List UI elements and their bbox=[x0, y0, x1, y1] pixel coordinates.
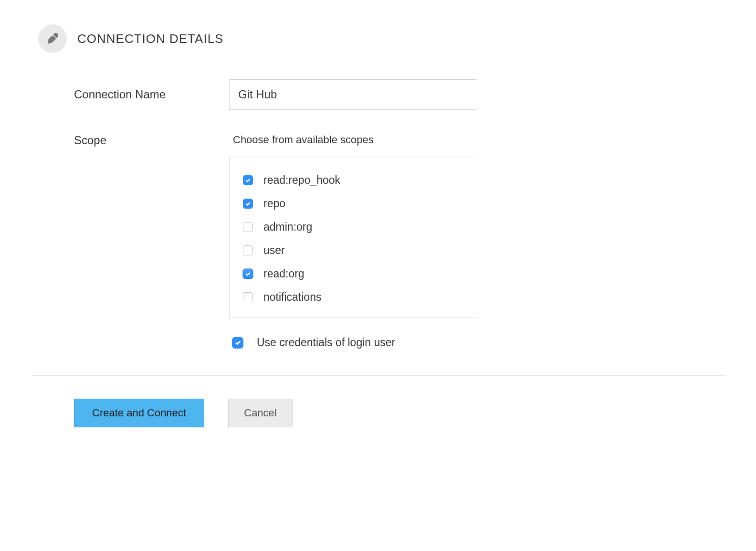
connection-name-input[interactable] bbox=[229, 79, 477, 110]
cancel-button[interactable]: Cancel bbox=[228, 399, 293, 427]
scope-label: Scope bbox=[74, 134, 229, 147]
scope-item-repo: repo bbox=[243, 192, 463, 215]
scope-label-text: user bbox=[263, 244, 285, 257]
section-header: CONNECTION DETAILS bbox=[38, 24, 727, 53]
bottom-divider bbox=[32, 375, 724, 376]
connection-name-row: Connection Name bbox=[74, 79, 727, 110]
scope-checkbox-notifications[interactable] bbox=[243, 292, 253, 302]
scope-item-user: user bbox=[243, 239, 463, 262]
scope-label-text: admin:org bbox=[263, 221, 312, 233]
create-connect-button[interactable]: Create and Connect bbox=[74, 399, 204, 427]
button-row: Create and Connect Cancel bbox=[74, 399, 727, 427]
scope-item-read-repo-hook: read:repo_hook bbox=[243, 169, 463, 192]
scope-checkbox-read-repo-hook[interactable] bbox=[243, 175, 253, 185]
scope-checkbox-read-org[interactable] bbox=[243, 269, 253, 279]
scope-row: Scope Choose from available scopes read:… bbox=[74, 134, 727, 349]
scope-checkbox-user[interactable] bbox=[243, 245, 253, 255]
scope-label-text: read:org bbox=[263, 267, 304, 280]
scope-checkbox-admin-org[interactable] bbox=[243, 222, 253, 232]
use-credentials-label: Use credentials of login user bbox=[257, 336, 395, 349]
scope-label-text: notifications bbox=[263, 291, 321, 304]
scope-label-text: repo bbox=[263, 197, 285, 210]
use-credentials-checkbox[interactable] bbox=[232, 337, 243, 349]
connection-name-label: Connection Name bbox=[74, 88, 229, 101]
use-credentials-row: Use credentials of login user bbox=[232, 336, 477, 349]
scope-item-admin-org: admin:org bbox=[243, 215, 463, 239]
scope-list: read:repo_hook repo admin:org user bbox=[229, 157, 477, 318]
scope-label-text: read:repo_hook bbox=[263, 174, 340, 187]
plug-icon bbox=[38, 24, 67, 53]
scope-checkbox-repo[interactable] bbox=[243, 199, 253, 209]
scope-item-read-org: read:org bbox=[243, 262, 463, 286]
section-title: CONNECTION DETAILS bbox=[77, 32, 223, 46]
scope-item-notifications: notifications bbox=[243, 286, 463, 309]
scope-hint-text: Choose from available scopes bbox=[233, 134, 477, 146]
connection-details-panel: CONNECTION DETAILS Connection Name Scope… bbox=[0, 5, 756, 456]
